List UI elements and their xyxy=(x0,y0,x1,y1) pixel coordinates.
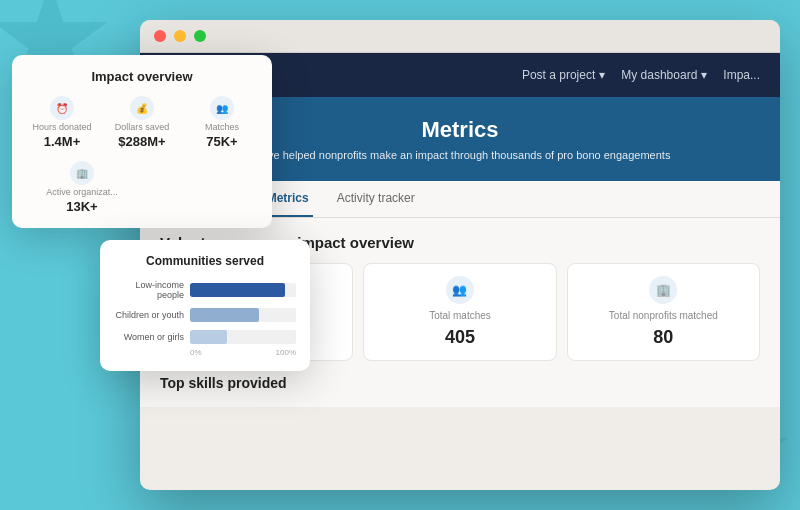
close-dot[interactable] xyxy=(154,30,166,42)
maximize-dot[interactable] xyxy=(194,30,206,42)
navbar-links: Post a project ▾ My dashboard ▾ Impa... xyxy=(522,68,760,82)
matches-value-2: 75K+ xyxy=(206,134,237,149)
dollars-label: Dollars saved xyxy=(115,122,170,132)
bar-track-women xyxy=(190,330,296,344)
stat-card-total-matches: 👥 Total matches 405 xyxy=(363,263,556,361)
dollars-icon: 💰 xyxy=(130,96,154,120)
chevron-down-icon: ▾ xyxy=(701,68,707,82)
top-skills-title: Top skills provided xyxy=(160,375,760,391)
nonprofits-matched-label: Total nonprofits matched xyxy=(609,310,718,321)
matches-label-2: Matches xyxy=(205,122,239,132)
bar-row-women: Women or girls xyxy=(114,330,296,344)
active-orgs-value: 13K+ xyxy=(66,199,97,214)
active-orgs-label: Active organizat... xyxy=(46,187,118,197)
chevron-down-icon: ▾ xyxy=(599,68,605,82)
impact-stats-grid: ⏰ Hours donated 1.4M+ 💰 Dollars saved $2… xyxy=(26,96,258,149)
matches-label: Total matches xyxy=(429,310,491,321)
bar-track-children xyxy=(190,308,296,322)
impact-bottom-stats: 🏢 Active organizat... 13K+ xyxy=(26,161,258,214)
axis-start: 0% xyxy=(190,348,202,357)
post-project-link[interactable]: Post a project ▾ xyxy=(522,68,605,82)
impact-card-title: Impact overview xyxy=(26,69,258,84)
nonprofits-matched-value: 80 xyxy=(653,327,673,348)
hours-label: Hours donated xyxy=(32,122,91,132)
browser-chrome xyxy=(140,20,780,53)
communities-title: Communities served xyxy=(114,254,296,268)
impact-overview-card: Impact overview ⏰ Hours donated 1.4M+ 💰 … xyxy=(12,55,272,228)
hours-value: 1.4M+ xyxy=(44,134,81,149)
bar-label-low-income: Low-income people xyxy=(114,280,184,300)
matches-icon-2: 👥 xyxy=(210,96,234,120)
bar-row-children: Children or youth xyxy=(114,308,296,322)
bar-fill-women xyxy=(190,330,227,344)
active-orgs-icon: 🏢 xyxy=(70,161,94,185)
bar-fill-children xyxy=(190,308,259,322)
impact-stat-dollars: 💰 Dollars saved $288M+ xyxy=(106,96,178,149)
bar-row-low-income: Low-income people xyxy=(114,280,296,300)
impact-stat-matches: 👥 Matches 75K+ xyxy=(186,96,258,149)
axis-end: 100% xyxy=(276,348,296,357)
my-dashboard-link[interactable]: My dashboard ▾ xyxy=(621,68,707,82)
impact-link[interactable]: Impa... xyxy=(723,68,760,82)
hours-icon: ⏰ xyxy=(50,96,74,120)
bar-label-children: Children or youth xyxy=(114,310,184,320)
bar-label-women: Women or girls xyxy=(114,332,184,342)
communities-card: Communities served Low-income people Chi… xyxy=(100,240,310,371)
nonprofits-matched-icon: 🏢 xyxy=(649,276,677,304)
impact-stat-hours: ⏰ Hours donated 1.4M+ xyxy=(26,96,98,149)
matches-value: 405 xyxy=(445,327,475,348)
chart-axis: 0% 100% xyxy=(114,348,296,357)
stat-card-nonprofits-matched: 🏢 Total nonprofits matched 80 xyxy=(567,263,760,361)
bar-track-low-income xyxy=(190,283,296,297)
bar-fill-low-income xyxy=(190,283,285,297)
matches-icon: 👥 xyxy=(446,276,474,304)
impact-stat-active-orgs: 🏢 Active organizat... 13K+ xyxy=(26,161,138,214)
dollars-value: $288M+ xyxy=(118,134,165,149)
minimize-dot[interactable] xyxy=(174,30,186,42)
tab-activity-tracker[interactable]: Activity tracker xyxy=(333,181,419,217)
bar-chart: Low-income people Children or youth Wome… xyxy=(114,280,296,344)
